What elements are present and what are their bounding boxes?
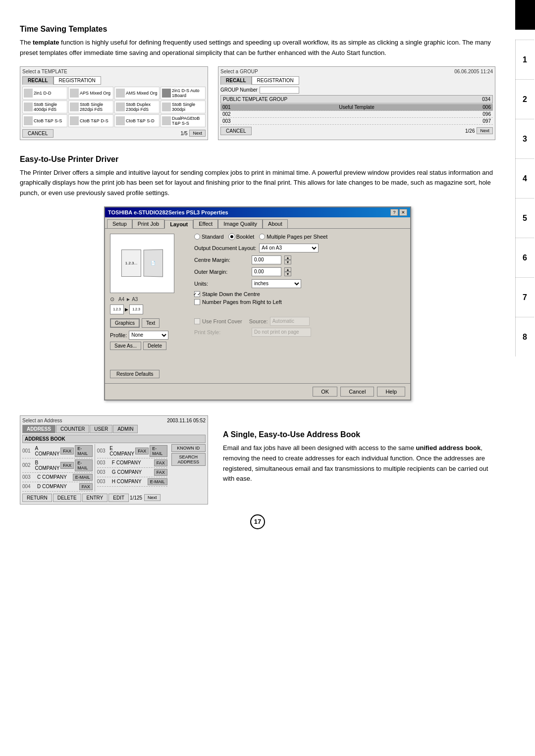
template-grid: 2in1 D-D APS Mixed Org AMS Mixed Org 2in… xyxy=(22,87,206,127)
tab-number-6[interactable]: 6 xyxy=(515,238,534,277)
tab-number-2[interactable]: 2 xyxy=(515,79,534,119)
staple-row[interactable]: ✓ Staple Down the Centre xyxy=(194,291,405,297)
use-front-cover-checkbox[interactable] xyxy=(194,318,200,324)
dialog-tab-imagequality[interactable]: Image Quality xyxy=(218,219,263,228)
centre-margin-input[interactable] xyxy=(252,255,281,264)
restore-row: Restore Defaults xyxy=(110,370,189,378)
number-pages-row[interactable]: Number Pages from Right to Left xyxy=(194,299,405,305)
template-cell-1[interactable]: APS Mixed Org xyxy=(68,87,113,100)
addr-entry-btn[interactable]: ENTRY xyxy=(82,494,108,502)
group-next-btn[interactable]: Next xyxy=(477,127,493,134)
output-layout-select[interactable]: A4 on A3 xyxy=(259,244,319,252)
tab-number-8[interactable]: 8 xyxy=(515,317,534,356)
public-template-row[interactable]: PUBLIC TEMPLATE GROUP 034 xyxy=(220,95,493,103)
profile-select[interactable]: None xyxy=(129,331,168,340)
addr-row-2[interactable]: 003 C COMPANY E-MAIL xyxy=(22,473,93,482)
dialog-tab-effect[interactable]: Effect xyxy=(193,219,218,228)
template-cell-2[interactable]: AMS Mixed Org xyxy=(114,87,160,100)
addr-return-btn[interactable]: RETURN xyxy=(22,494,52,502)
restore-defaults-btn[interactable]: Restore Defaults xyxy=(110,370,160,378)
graphics-btn[interactable]: Graphics xyxy=(110,318,140,328)
dialog-controls: ? ✕ xyxy=(390,209,407,216)
template-next-btn[interactable]: Next xyxy=(189,130,206,137)
dialog-close-btn[interactable]: ✕ xyxy=(399,209,407,216)
outer-margin-down[interactable]: ▼ xyxy=(284,272,291,276)
template-cell-3[interactable]: 2in1 D-S Auto 1Board xyxy=(160,87,206,100)
addr-dest-row-1[interactable]: 003 F COMPANY FAX xyxy=(97,458,167,468)
template-cell-6[interactable]: StoB Duplex 230dpi FdS xyxy=(114,101,160,113)
dialog-tab-setup[interactable]: Setup xyxy=(107,219,132,228)
text-btn[interactable]: Text xyxy=(142,318,160,328)
addr-dest-row-0[interactable]: 003 E COMPANY FAX E-MAIL xyxy=(97,444,167,458)
addr-dest-row-2[interactable]: 003 G COMPANY FAX xyxy=(97,468,167,477)
dialog-tab-printjob[interactable]: Print Job xyxy=(132,219,164,228)
outer-margin-up[interactable]: ▲ xyxy=(284,267,291,272)
delete-btn[interactable]: Delete xyxy=(143,342,166,350)
template-cell-0[interactable]: 2in1 D-D xyxy=(22,87,67,100)
template-cell-9[interactable]: CtoB T&P D-S xyxy=(68,114,113,127)
template-cell-7[interactable]: StoB Single 300dpi xyxy=(160,101,206,113)
addr-edit-btn[interactable]: EDIT xyxy=(108,494,129,502)
group-tab-registration[interactable]: REGISTRATION xyxy=(252,76,299,85)
group-list-item-1[interactable]: 002 096 xyxy=(220,111,493,118)
template-tab-recall[interactable]: RECALL xyxy=(22,76,54,85)
radio-standard[interactable]: Standard xyxy=(194,234,224,240)
addr-tab-admin[interactable]: ADMIN xyxy=(113,425,138,433)
radio-booklet[interactable]: Booklet xyxy=(229,234,255,240)
addr-tab-counter[interactable]: COUNTER xyxy=(56,425,89,433)
group-item-num-1: 096 xyxy=(482,111,491,117)
number-pages-checkbox[interactable] xyxy=(194,299,200,305)
group-list-item-2[interactable]: 003 097 xyxy=(220,118,493,125)
addr-tab-address[interactable]: ADDRESS xyxy=(22,425,55,433)
addr-entries-row: 001 A COMPANY FAX E-MAIL 002 B COMPANY F… xyxy=(22,444,206,492)
group-list-item-0[interactable]: 001 Useful Template 006 xyxy=(220,104,493,111)
group-number-input[interactable] xyxy=(260,87,299,94)
tab-number-5[interactable]: 5 xyxy=(515,198,534,238)
saveas-btn[interactable]: Save As... xyxy=(110,342,141,350)
addr-dest-num-3: 003 xyxy=(97,479,112,484)
search-address-btn[interactable]: SEARCH ADDRESS xyxy=(171,453,206,466)
addr-dest-row-3[interactable]: 003 H COMPANY E-MAIL xyxy=(97,477,167,487)
template-tab-registration[interactable]: REGISTRATION xyxy=(54,76,101,85)
dialog-tab-about[interactable]: About xyxy=(263,219,288,228)
group-tab-recall[interactable]: RECALL xyxy=(220,76,252,85)
dialog-left: 1.2.3... 📄 ⊙ A4 ► A3 1.2.3 ▶ 1.2.3 xyxy=(110,234,189,378)
staple-checkbox[interactable]: ✓ xyxy=(194,291,200,297)
template-cell-8[interactable]: CtoB T&P S-S xyxy=(22,114,67,127)
addr-dest-num-0: 003 xyxy=(97,448,110,454)
addr-row-1[interactable]: 002 B COMPANY FAX E-MAIL xyxy=(22,458,93,473)
preview-pages: 1.2.3... 📄 xyxy=(121,250,163,277)
known-id-btn[interactable]: KNOWN ID xyxy=(171,444,206,452)
dialog-help-footer-btn[interactable]: Help xyxy=(377,387,405,397)
dialog-ok-btn[interactable]: OK xyxy=(313,387,337,397)
template-panel-footer: CANCEL 1/5 Next xyxy=(22,129,206,138)
radio-multiple-pages[interactable]: Multiple Pages per Sheet xyxy=(259,234,327,240)
tab-number-7[interactable]: 7 xyxy=(515,277,534,317)
group-cancel-btn[interactable]: CANCEL xyxy=(220,127,252,135)
tmpl-icon-0 xyxy=(24,89,33,98)
tab-number-3[interactable]: 3 xyxy=(515,119,534,158)
dialog-help-btn[interactable]: ? xyxy=(390,209,398,216)
use-front-cover-row[interactable]: Use Front Cover Source: xyxy=(194,317,405,326)
addr-row-0[interactable]: 001 A COMPANY FAX E-MAIL xyxy=(22,444,93,458)
use-front-cover-label: Use Front Cover xyxy=(202,318,242,324)
group-panel-header: Select a GROUP 06.06.2005 11:24 xyxy=(220,69,493,74)
addr-next-btn[interactable]: Next xyxy=(144,494,160,501)
template-cancel-btn[interactable]: CANCEL xyxy=(22,129,54,138)
template-cell-4[interactable]: StoB Single 400dpi FdS xyxy=(22,101,67,113)
centre-margin-up[interactable]: ▲ xyxy=(284,255,291,260)
template-cell-5[interactable]: StoB Single 282dpi FdS xyxy=(68,101,113,113)
template-cell-11[interactable]: DualPAGEtoB T&P S-S xyxy=(160,114,206,127)
tab-number-4[interactable]: 4 xyxy=(515,158,534,198)
outer-margin-input[interactable] xyxy=(252,267,281,276)
tab-number-1[interactable]: 1 xyxy=(515,40,534,79)
units-select[interactable]: inches xyxy=(252,279,301,288)
addr-delete-btn[interactable]: DELETE xyxy=(53,494,81,502)
centre-margin-down[interactable]: ▼ xyxy=(284,260,291,264)
dialog-tab-layout[interactable]: Layout xyxy=(164,220,193,229)
group-item-num-0: 006 xyxy=(482,104,491,110)
addr-tab-user[interactable]: USER xyxy=(90,425,112,433)
addr-row-3[interactable]: 004 D COMPANY FAX xyxy=(22,482,93,492)
dialog-cancel-btn[interactable]: Cancel xyxy=(340,387,374,397)
template-cell-10[interactable]: CtoB T&P S-D xyxy=(114,114,160,127)
